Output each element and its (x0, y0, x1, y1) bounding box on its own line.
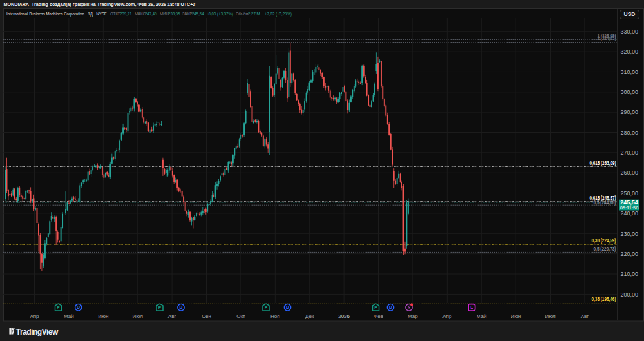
svg-text:E: E (265, 306, 268, 310)
svg-text:0,5 (244,08): 0,5 (244,08) (594, 199, 616, 206)
svg-text:0,5 (220,73): 0,5 (220,73) (594, 246, 616, 252)
svg-text:E: E (158, 306, 162, 310)
svg-text:Дек: Дек (305, 313, 314, 319)
svg-text:Фев: Фев (374, 313, 383, 319)
svg-text:Авг: Авг (168, 313, 176, 319)
svg-text:Апр: Апр (442, 313, 452, 319)
svg-text:D: D (180, 305, 183, 309)
svg-text:Май: Май (64, 313, 74, 319)
svg-text:Июн: Июн (98, 313, 108, 319)
svg-text:TradingView: TradingView (16, 327, 59, 336)
svg-text:Июл: Июл (133, 313, 144, 319)
svg-text:D: D (286, 305, 289, 309)
svg-text:0,38 (195,46): 0,38 (195,46) (592, 296, 616, 302)
svg-text:E: E (470, 305, 473, 309)
svg-text:Май: Май (477, 313, 487, 319)
svg-text:Июн: Июн (511, 313, 521, 319)
svg-text:250,00: 250,00 (621, 190, 639, 197)
svg-text:Июл: Июл (545, 313, 556, 319)
svg-text:D: D (389, 305, 392, 309)
svg-text:300,00: 300,00 (621, 89, 639, 95)
svg-text:Ноя: Ноя (270, 313, 280, 319)
svg-text:240,00: 240,00 (621, 210, 639, 217)
svg-text:0,38 (224,59): 0,38 (224,59) (592, 237, 616, 244)
svg-text:260,00: 260,00 (621, 170, 639, 176)
svg-text:220,00: 220,00 (621, 251, 639, 257)
svg-text:Апр: Апр (30, 313, 39, 319)
svg-text:05:11:58: 05:11:58 (620, 205, 639, 211)
svg-text:1 (324,63): 1 (324,63) (598, 35, 616, 41)
svg-text:E: E (374, 306, 377, 310)
svg-text:Авг: Авг (581, 313, 589, 319)
svg-text:Окт: Окт (236, 313, 245, 319)
svg-text:E: E (57, 306, 60, 310)
svg-text:320,00: 320,00 (621, 48, 639, 55)
svg-text:0,618 (263,09): 0,618 (263,09) (590, 160, 616, 166)
svg-text:230,00: 230,00 (621, 231, 639, 237)
svg-text:330,00: 330,00 (621, 28, 639, 35)
svg-text:270,00: 270,00 (621, 150, 639, 156)
svg-text:280,00: 280,00 (621, 130, 639, 136)
svg-text:Сен: Сен (202, 313, 211, 319)
svg-text:2026: 2026 (338, 313, 350, 319)
svg-text:200,00: 200,00 (621, 291, 639, 298)
svg-text:310,00: 310,00 (621, 69, 639, 75)
svg-text:D: D (77, 305, 80, 309)
svg-text:210,00: 210,00 (621, 271, 639, 277)
svg-text:Мар: Мар (408, 313, 418, 319)
svg-text:290,00: 290,00 (621, 109, 639, 115)
